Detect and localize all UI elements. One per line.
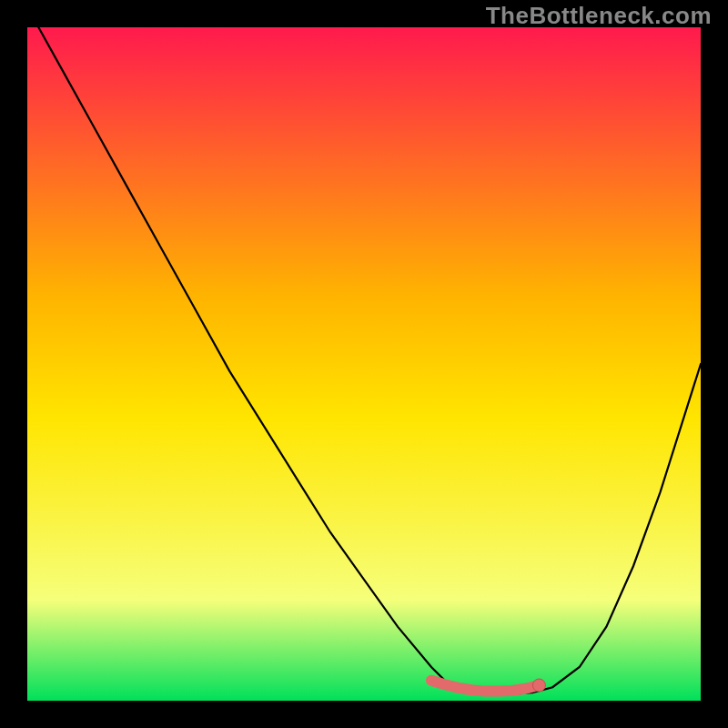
chart-frame: { "watermark": "TheBottleneck.com", "col… (0, 0, 728, 728)
optimal-end-dot (532, 679, 545, 692)
heatmap-background (27, 27, 701, 701)
watermark-text: TheBottleneck.com (486, 2, 712, 30)
bottleneck-chart (0, 0, 728, 728)
